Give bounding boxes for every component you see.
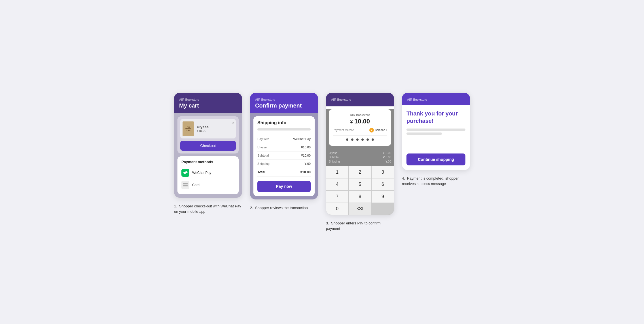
step-2-phone: AIR Bookstore Confirm payment Shipping i… (250, 93, 318, 199)
step-3-body: AIR Bookstore ¥ 10.00 Payment Method ¥ B… (326, 109, 394, 215)
pay-with-row: Pay with WeChat Pay (257, 135, 311, 143)
step-2-title: Confirm payment (255, 102, 313, 109)
cart-card: THEULYSSEGUIDE Ulysse ¥10.00 × Checkout (177, 116, 239, 153)
card-label: Card (192, 183, 200, 187)
main-container: AIR Bookstore My cart THEULYSSEGUIDE Uly… (174, 93, 470, 232)
key-1[interactable]: 1 (326, 166, 348, 178)
step-3-label: 3. Shopper enters PIN to confirm payment (326, 220, 394, 232)
item-value: ¥10.00 (301, 146, 311, 149)
total-value: ¥10.00 (300, 170, 311, 174)
yen-symbol: ¥ (350, 119, 354, 125)
card-icon (181, 181, 189, 189)
step-1-phone: AIR Bookstore My cart THEULYSSEGUIDE Uly… (174, 93, 242, 198)
key-7[interactable]: 7 (326, 191, 348, 203)
step-1-col: AIR Bookstore My cart THEULYSSEGUIDE Uly… (174, 93, 242, 214)
pin-amount: ¥ 10.00 (333, 118, 387, 125)
wechat-pay-item[interactable]: WeChat Pay (181, 167, 235, 179)
key-0[interactable]: 0 (326, 203, 348, 215)
key-5[interactable]: 5 (349, 178, 371, 190)
payment-method-label: Payment Method (333, 129, 354, 132)
pin-dot-3 (356, 138, 359, 141)
cart-item-name: Ulysse (197, 125, 209, 129)
bg-shipping-value: ¥.00 (386, 160, 391, 163)
item-row: Ulysse ¥10.00 (257, 143, 311, 152)
shipping-title: Shipping info (257, 120, 311, 125)
balance-badge[interactable]: ¥ Balance › (369, 128, 387, 132)
pin-dot-2 (351, 138, 353, 141)
bg-shipping-row: Shipping ¥.00 (329, 159, 391, 164)
subtotal-row: Subtotal ¥10.00 (257, 152, 311, 160)
pin-modal: AIR Bookstore ¥ 10.00 Payment Method ¥ B… (329, 109, 391, 146)
payment-method-row: Payment Method ¥ Balance › (333, 128, 387, 136)
total-label: Total (257, 170, 265, 174)
bg-shipping-label: Shipping (329, 160, 340, 163)
bg-item-row: Ulysse ¥10.00 (329, 151, 391, 155)
card-item[interactable]: Card (181, 179, 235, 191)
step-4-header: AIR Bookstore (402, 93, 470, 105)
step-3-col: AIR Bookstore AIR Bookstore ¥ 10.00 Paym… (326, 93, 394, 232)
key-2[interactable]: 2 (349, 166, 371, 178)
bg-item-value: ¥10.00 (382, 152, 391, 155)
step-4-col: AIR Bookstore Thank you for your purchas… (402, 93, 470, 187)
step-3-header: AIR Bookstore (326, 93, 394, 106)
step-4-phone: AIR Bookstore Thank you for your purchas… (402, 93, 470, 170)
key-9[interactable]: 9 (372, 191, 394, 203)
bg-subtotal-row: Subtotal ¥10.00 (329, 155, 391, 159)
step-2-col: AIR Bookstore Confirm payment Shipping i… (250, 93, 318, 211)
key-3[interactable]: 3 (372, 166, 394, 178)
step-1-header: AIR Bookstore My cart (174, 93, 242, 113)
step-1-label: 1. Shopper checks-out with WeChat Pay on… (174, 203, 242, 214)
cart-item: THEULYSSEGUIDE Ulysse ¥10.00 × (180, 119, 236, 138)
item-label: Ulysse (257, 146, 267, 149)
payment-methods-card: Payment methods WeChat Pay (177, 156, 239, 194)
key-8[interactable]: 8 (349, 191, 371, 203)
key-4[interactable]: 4 (326, 178, 348, 190)
shipping-value: ¥.00 (305, 162, 311, 165)
shipping-row: Shipping ¥.00 (257, 160, 311, 168)
bg-subtotal-value: ¥10.00 (382, 156, 391, 159)
close-icon[interactable]: × (232, 121, 234, 125)
keypad: 1 2 3 4 5 6 7 8 9 0 ⌫ (326, 166, 394, 215)
step-2-brand: AIR Bookstore (255, 98, 313, 101)
chevron-right-icon: › (386, 129, 387, 132)
pin-dot-4 (361, 138, 364, 141)
pin-dot-5 (367, 138, 369, 141)
pin-modal-title: AIR Bookstore (333, 113, 387, 117)
payment-methods-title: Payment methods (181, 160, 235, 164)
step-1-brand: AIR Bookstore (179, 98, 237, 101)
pay-now-button[interactable]: Pay now (257, 181, 311, 192)
shipping-label: Shipping (257, 162, 270, 165)
pay-with-label: Pay with (257, 137, 269, 141)
cart-item-info: Ulysse ¥10.00 (197, 125, 209, 132)
placeholder-line-2 (406, 132, 442, 135)
key-backspace[interactable]: ⌫ (349, 203, 371, 215)
book-cover: THEULYSSEGUIDE (183, 121, 194, 136)
cart-item-price: ¥10.00 (197, 129, 209, 132)
wechat-label: WeChat Pay (192, 171, 211, 175)
book-cover-text: THEULYSSEGUIDE (185, 126, 191, 131)
checkout-button[interactable]: Checkout (180, 141, 236, 151)
balance-icon: ¥ (369, 128, 374, 132)
pay-with-value: WeChat Pay (293, 137, 311, 141)
pin-dots (333, 138, 387, 141)
step-4-label: 4. Payment is completed, shopper receive… (402, 176, 470, 187)
subtotal-label: Subtotal (257, 154, 269, 157)
step-2-body: Shipping info Pay with WeChat Pay Ulysse… (250, 113, 318, 199)
step-3-phone: AIR Bookstore AIR Bookstore ¥ 10.00 Paym… (326, 93, 394, 215)
svg-point-1 (185, 171, 188, 173)
step-2-header: AIR Bookstore Confirm payment (250, 93, 318, 113)
subtotal-value: ¥10.00 (301, 154, 311, 157)
step-3-brand: AIR Bookstore (331, 98, 389, 101)
key-6[interactable]: 6 (372, 178, 394, 190)
bg-subtotal-label: Subtotal (329, 156, 339, 159)
total-row: Total ¥10.00 (257, 168, 311, 177)
continue-shopping-button[interactable]: Continue shopping (406, 153, 465, 165)
placeholder-line-1 (406, 129, 465, 131)
wechat-icon (181, 169, 189, 177)
step3-bg-content: Ulysse ¥10.00 Subtotal ¥10.00 Shipping ¥… (326, 149, 394, 166)
balance-label: Balance (375, 129, 385, 132)
info-card: Shipping info Pay with WeChat Pay Ulysse… (253, 116, 315, 196)
shipping-input-placeholder (257, 128, 311, 131)
bg-item-label: Ulysse (329, 152, 337, 155)
step-2-label: 2. Shopper reviews the transaction (250, 205, 308, 211)
